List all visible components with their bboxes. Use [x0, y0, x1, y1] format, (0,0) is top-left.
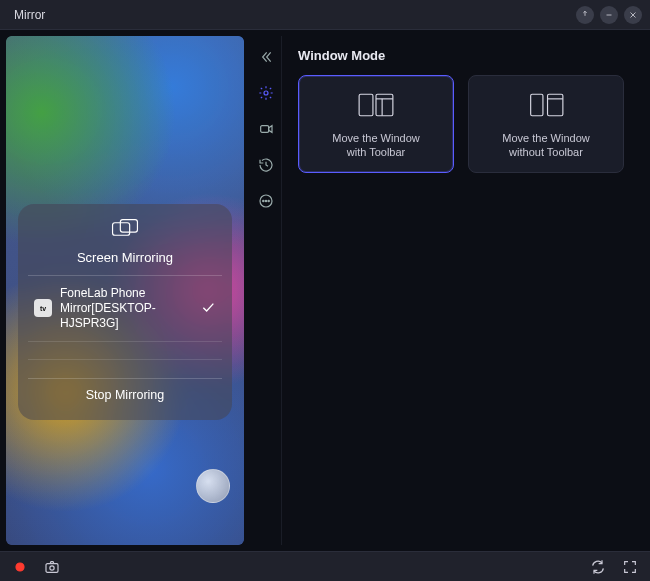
- tab-more[interactable]: [255, 190, 277, 212]
- svg-point-22: [50, 565, 54, 569]
- tab-record[interactable]: [255, 118, 277, 140]
- right-pane: Window Mode Move the Window with Toolbar: [250, 36, 644, 545]
- svg-rect-7: [260, 126, 268, 133]
- fullscreen-button[interactable]: [620, 557, 640, 577]
- window-mode-with-toolbar[interactable]: Move the Window with Toolbar: [298, 75, 454, 173]
- close-button[interactable]: [624, 6, 642, 24]
- minimize-button[interactable]: [600, 6, 618, 24]
- screen-mirroring-icon: [111, 218, 139, 244]
- collapse-panel-button[interactable]: [255, 46, 277, 68]
- appletv-icon: tv: [34, 299, 52, 317]
- svg-point-11: [265, 200, 266, 201]
- svg-rect-4: [113, 223, 130, 235]
- svg-rect-14: [376, 95, 393, 116]
- divider: [28, 378, 222, 379]
- svg-point-10: [262, 200, 263, 201]
- section-title: Window Mode: [298, 48, 628, 63]
- settings-body: Window Mode Move the Window with Toolbar: [282, 36, 644, 545]
- svg-rect-13: [359, 95, 373, 116]
- app-title: Mirror: [14, 8, 45, 22]
- mirror-target-name: FoneLab Phone Mirror[DESKTOP-HJSPR3G]: [60, 286, 192, 331]
- assistive-touch-button[interactable]: [196, 469, 230, 503]
- svg-rect-18: [548, 95, 563, 116]
- rotate-button[interactable]: [588, 557, 608, 577]
- content-area: Screen Mirroring tv FoneLab Phone Mirror…: [0, 30, 650, 551]
- control-center-card: Screen Mirroring tv FoneLab Phone Mirror…: [18, 204, 232, 420]
- record-button[interactable]: [10, 557, 30, 577]
- device-preview: Screen Mirroring tv FoneLab Phone Mirror…: [6, 36, 244, 545]
- tab-history[interactable]: [255, 154, 277, 176]
- window-mode-without-toolbar[interactable]: Move the Window without Toolbar: [468, 75, 624, 173]
- mirror-target-row[interactable]: tv FoneLab Phone Mirror[DESKTOP-HJSPR3G]: [28, 276, 222, 341]
- side-tabs: [250, 36, 282, 545]
- bottombar: [0, 551, 650, 581]
- mode-card-label: Move the Window with Toolbar: [321, 132, 431, 160]
- svg-rect-21: [46, 563, 58, 572]
- svg-point-12: [268, 200, 269, 201]
- control-center-title: Screen Mirroring: [77, 250, 173, 265]
- tab-settings[interactable]: [255, 82, 277, 104]
- pin-button[interactable]: [576, 6, 594, 24]
- divider: [28, 359, 222, 360]
- svg-point-20: [16, 563, 24, 571]
- screenshot-button[interactable]: [42, 557, 62, 577]
- svg-point-6: [264, 91, 268, 95]
- divider: [28, 275, 222, 276]
- svg-rect-17: [531, 95, 543, 116]
- mode-card-label: Move the Window without Toolbar: [491, 132, 601, 160]
- stop-mirroring-button[interactable]: Stop Mirroring: [28, 378, 222, 410]
- svg-rect-5: [120, 220, 137, 232]
- titlebar: Mirror: [0, 0, 650, 30]
- divider: [28, 341, 222, 342]
- checkmark-icon: [200, 299, 216, 318]
